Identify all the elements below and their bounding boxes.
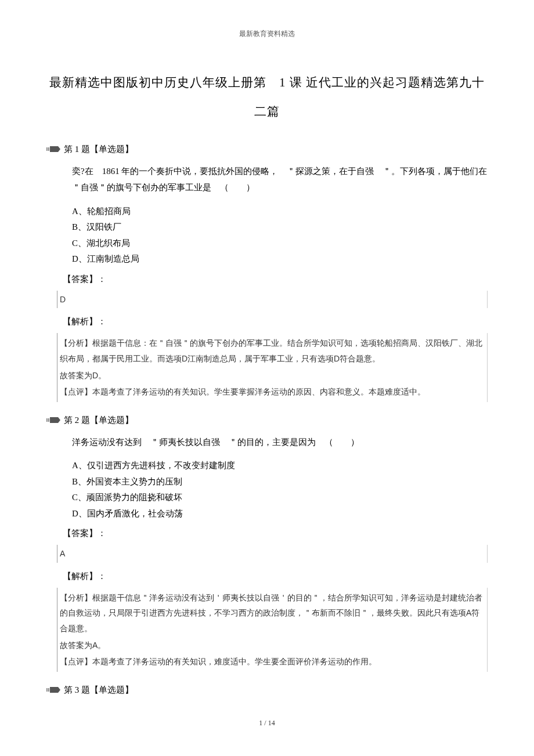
svg-rect-3 xyxy=(46,418,48,422)
analysis-box: 【分析】根据题干信息＂洋务运动没有达到＇师夷长技以自强＇的目的＂，结合所学知识可… xyxy=(57,588,488,672)
pencil-icon xyxy=(46,686,60,694)
pencil-icon xyxy=(46,145,60,153)
analysis-line: 【点评】本题考查了洋务运动的有关知识，难度适中。学生要全面评价洋务运动的作用。 xyxy=(60,654,484,670)
option-a: A、仅引进西方先进科技，不改变封建制度 xyxy=(72,458,488,473)
svg-marker-5 xyxy=(50,417,60,423)
analysis-label: 【解析】： xyxy=(63,571,488,582)
question-stem: 洋务运动没有达到 ＂师夷长技以自强 ＂的目的，主要是因为 （ ） xyxy=(72,434,488,451)
option-c: C、顽固派势力的阻挠和破坏 xyxy=(72,490,488,505)
question-header: 第 3 题【单选题】 xyxy=(46,685,488,696)
svg-marker-8 xyxy=(50,687,60,693)
question-number: 第 1 题【单选题】 xyxy=(64,144,134,155)
svg-marker-2 xyxy=(50,146,60,152)
option-b: B、汉阳铁厂 xyxy=(72,220,488,235)
svg-rect-7 xyxy=(48,688,49,692)
option-a: A、轮船招商局 xyxy=(72,204,488,219)
svg-rect-0 xyxy=(46,147,48,151)
analysis-line: 故答案为D。 xyxy=(60,368,484,384)
title-line2: 二篇 xyxy=(46,97,488,126)
question-header: 第 2 题【单选题】 xyxy=(46,415,488,426)
doc-header: 最新教育资料精选 xyxy=(46,29,488,39)
option-c: C、湖北织布局 xyxy=(72,236,488,251)
answer-label: 【答案】： xyxy=(63,274,488,285)
analysis-line: 故答案为A。 xyxy=(60,638,484,653)
analysis-line: 【点评】本题考查了洋务运动的有关知识。学生要掌握洋务运动的原因、内容和意义。本题… xyxy=(60,384,484,400)
analysis-line: 【分析】根据题干信息：在＂自强＂的旗号下创办的军事工业。结合所学知识可知，选项轮… xyxy=(60,335,484,366)
analysis-label: 【解析】： xyxy=(63,316,488,327)
svg-rect-1 xyxy=(48,147,49,151)
option-d: D、国内矛盾激化，社会动荡 xyxy=(72,507,488,522)
question-number: 第 2 题【单选题】 xyxy=(64,415,134,426)
options-list: A、轮船招商局 B、汉阳铁厂 C、湖北织布局 D、江南制造总局 xyxy=(72,204,488,267)
analysis-box: 【分析】根据题干信息：在＂自强＂的旗号下创办的军事工业。结合所学知识可知，选项轮… xyxy=(57,333,488,401)
answer-box: A xyxy=(57,545,488,563)
option-d: D、江南制造总局 xyxy=(72,252,488,267)
page-footer: 1 / 14 xyxy=(46,719,488,728)
title-line1: 最新精选中图版初中历史八年级上册第 1 课 近代工业的兴起习题精选第九十 xyxy=(46,68,488,97)
svg-rect-4 xyxy=(48,418,49,422)
question-stem: 奕?在 1861 年的一个奏折中说，要抵抗外国的侵略， ＂探源之策，在于自强 ＂… xyxy=(72,163,488,196)
page-container: 最新教育资料精选 最新精选中图版初中历史八年级上册第 1 课 近代工业的兴起习题… xyxy=(0,0,534,751)
answer-box: D xyxy=(57,291,488,309)
pencil-icon xyxy=(46,416,60,424)
question-number: 第 3 题【单选题】 xyxy=(64,685,134,696)
question-header: 第 1 题【单选题】 xyxy=(46,144,488,155)
analysis-line: 【分析】根据题干信息＂洋务运动没有达到＇师夷长技以自强＇的目的＂，结合所学知识可… xyxy=(60,590,484,636)
doc-title: 最新精选中图版初中历史八年级上册第 1 课 近代工业的兴起习题精选第九十 二篇 xyxy=(46,68,488,126)
answer-label: 【答案】： xyxy=(63,528,488,539)
options-list: A、仅引进西方先进科技，不改变封建制度 B、外国资本主义势力的压制 C、顽固派势… xyxy=(72,458,488,521)
svg-rect-6 xyxy=(46,688,48,692)
option-b: B、外国资本主义势力的压制 xyxy=(72,475,488,490)
